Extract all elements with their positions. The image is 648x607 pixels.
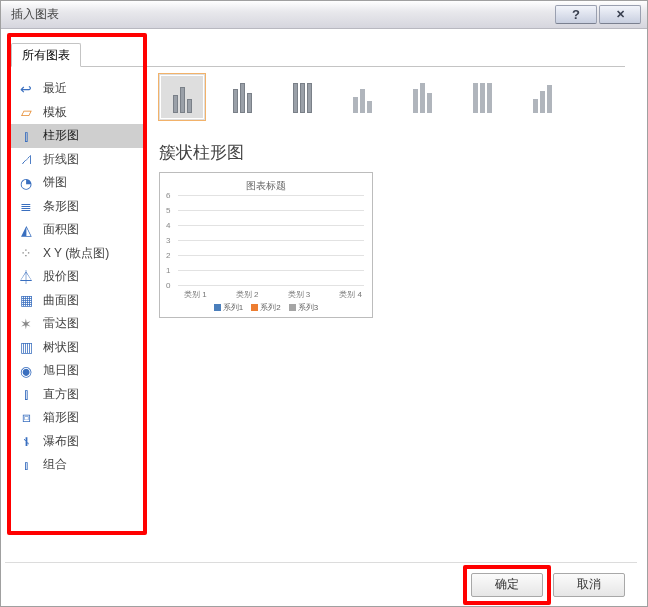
subtype-100pct-stacked-column[interactable] (279, 74, 325, 120)
tab-all-charts[interactable]: 所有图表 (11, 43, 81, 67)
preview-xlabels: 类别 1类别 2类别 3类别 4 (184, 289, 362, 300)
sidebar: 所有图表 ↩最近▱模板⫿柱形图⩘折线图◔饼图≣条形图◭面积图⁘X Y (散点图)… (5, 39, 145, 562)
subtype-stacked-column[interactable] (219, 74, 265, 120)
help-button[interactable] (555, 5, 597, 24)
chart-type-label: 雷达图 (43, 315, 79, 332)
cancel-label: 取消 (577, 576, 601, 593)
x-label: 类别 2 (236, 289, 259, 300)
subtype-row (159, 69, 627, 125)
subtype-3d-clustered-column[interactable] (339, 74, 385, 120)
right-panel: 簇状柱形图 图表标题 0123456 类别 1类别 2类别 3类别 4 系列1 … (145, 39, 637, 562)
chart-type-label: X Y (散点图) (43, 245, 109, 262)
histogram-icon: ⫿ (17, 386, 35, 402)
area-icon: ◭ (17, 222, 35, 238)
waterfall-icon: ⫮ (17, 433, 35, 449)
chart-type-treemap[interactable]: ▥树状图 (11, 336, 145, 360)
chart-type-list: ↩最近▱模板⫿柱形图⩘折线图◔饼图≣条形图◭面积图⁘X Y (散点图)⏃股价图▦… (11, 77, 145, 477)
chart-type-label: 直方图 (43, 386, 79, 403)
chart-type-label: 组合 (43, 456, 67, 473)
chart-type-surface[interactable]: ▦曲面图 (11, 289, 145, 313)
chart-type-label: 曲面图 (43, 292, 79, 309)
chart-type-xy[interactable]: ⁘X Y (散点图) (11, 242, 145, 266)
chart-type-label: 饼图 (43, 174, 67, 191)
cancel-button[interactable]: 取消 (553, 573, 625, 597)
chart-type-label: 最近 (43, 80, 67, 97)
treemap-icon: ▥ (17, 339, 35, 355)
template-icon: ▱ (17, 104, 35, 120)
subtype-clustered-column[interactable] (159, 74, 205, 120)
recent-icon: ↩ (17, 81, 35, 97)
ok-button[interactable]: 确定 (471, 573, 543, 597)
chart-type-radar[interactable]: ✶雷达图 (11, 312, 145, 336)
dialog-footer: 确定 取消 (5, 562, 637, 606)
chart-type-label: 树状图 (43, 339, 79, 356)
pie-icon: ◔ (17, 175, 35, 191)
chart-type-label: 面积图 (43, 221, 79, 238)
x-label: 类别 3 (288, 289, 311, 300)
legend-series3: 系列3 (289, 302, 318, 313)
chart-type-label: 柱形图 (43, 127, 79, 144)
chart-type-area[interactable]: ◭面积图 (11, 218, 145, 242)
combo-icon: ⫾ (17, 457, 35, 473)
chart-type-sunburst[interactable]: ◉旭日图 (11, 359, 145, 383)
chart-type-template[interactable]: ▱模板 (11, 101, 145, 125)
ok-label: 确定 (495, 576, 519, 593)
chart-type-label: 瀑布图 (43, 433, 79, 450)
close-button[interactable] (599, 5, 641, 24)
chart-type-column[interactable]: ⫿柱形图 (11, 124, 145, 148)
titlebar: 插入图表 (1, 1, 647, 29)
chart-type-combo[interactable]: ⫾组合 (11, 453, 145, 477)
chart-type-recent[interactable]: ↩最近 (11, 77, 145, 101)
xy-icon: ⁘ (17, 245, 35, 261)
chart-type-box[interactable]: ⧈箱形图 (11, 406, 145, 430)
chart-type-bar[interactable]: ≣条形图 (11, 195, 145, 219)
chart-preview[interactable]: 图表标题 0123456 类别 1类别 2类别 3类别 4 系列1 系列2 系列… (159, 172, 373, 318)
subtype-3d-100pct-stacked-column[interactable] (459, 74, 505, 120)
x-label: 类别 4 (339, 289, 362, 300)
preview-title: 图表标题 (164, 179, 368, 193)
subtype-3d-stacked-column[interactable] (399, 74, 445, 120)
chart-type-label: 模板 (43, 104, 67, 121)
chart-type-label: 箱形图 (43, 409, 79, 426)
preview-legend: 系列1 系列2 系列3 (164, 302, 368, 313)
chart-type-line[interactable]: ⩘折线图 (11, 148, 145, 172)
radar-icon: ✶ (17, 316, 35, 332)
line-icon: ⩘ (17, 151, 35, 167)
x-label: 类别 1 (184, 289, 207, 300)
preview-plot: 0123456 (178, 195, 364, 285)
column-icon: ⫿ (17, 128, 35, 144)
legend-series1: 系列1 (214, 302, 243, 313)
surface-icon: ▦ (17, 292, 35, 308)
subtype-3d-column[interactable] (519, 74, 565, 120)
chart-type-label: 旭日图 (43, 362, 79, 379)
chart-type-label: 折线图 (43, 151, 79, 168)
bar-icon: ≣ (17, 198, 35, 214)
chart-type-waterfall[interactable]: ⫮瀑布图 (11, 430, 145, 454)
chart-type-pie[interactable]: ◔饼图 (11, 171, 145, 195)
tab-label: 所有图表 (22, 48, 70, 62)
stock-icon: ⏃ (17, 269, 35, 285)
dialog-window: 插入图表 所有图表 ↩最近▱模板⫿柱形图⩘折线图◔饼图≣条形图◭面积图⁘X Y … (0, 0, 648, 607)
legend-series2: 系列2 (251, 302, 280, 313)
chart-type-histogram[interactable]: ⫿直方图 (11, 383, 145, 407)
chart-type-label: 股价图 (43, 268, 79, 285)
sunburst-icon: ◉ (17, 363, 35, 379)
selected-subtype-title: 簇状柱形图 (159, 141, 627, 164)
window-title: 插入图表 (11, 6, 555, 23)
chart-type-label: 条形图 (43, 198, 79, 215)
chart-type-stock[interactable]: ⏃股价图 (11, 265, 145, 289)
box-icon: ⧈ (17, 409, 35, 426)
